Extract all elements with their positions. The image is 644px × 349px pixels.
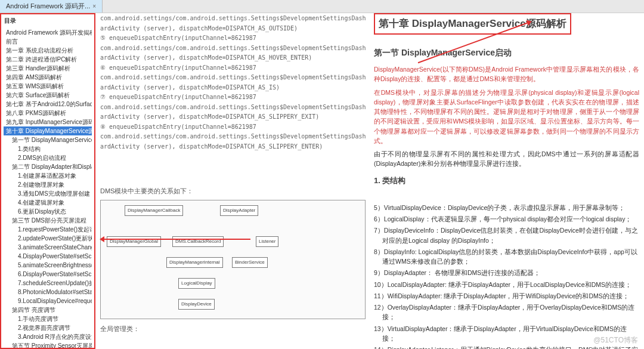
code-line: ardActivity (server), dispatchMode=DISPA… bbox=[100, 53, 366, 63]
paragraph: DisplayManagerService(以下简称DMS)是Android F… bbox=[374, 64, 639, 84]
paragraph: 由于不同的物理显示屏有不同的属性和处理方式，因此DMS中通过一系列的屏幕适配器(… bbox=[374, 149, 639, 169]
toc-item[interactable]: 第四章 AMS源码解析 bbox=[4, 73, 92, 82]
toc-item[interactable]: 2.视觉界面亮度调节 bbox=[4, 323, 92, 332]
toc-heading: 目录 bbox=[1, 14, 94, 27]
toc-item[interactable]: 1.手动亮度调节 bbox=[4, 314, 92, 323]
diagram-box: DMS.CallbackRecord bbox=[172, 236, 224, 247]
list-item: 9）DisplayAdapter： 各物理屏和DMS进行连接的适配器； bbox=[374, 268, 639, 277]
toc-item[interactable]: 4.DisplayPowerState#setScreenSta bbox=[4, 252, 92, 261]
content-area: com.android.settings/com.android.setting… bbox=[95, 13, 644, 349]
list-item: 10）LocalDisplayAdapter: 继承于DisplayAdapte… bbox=[374, 280, 639, 289]
toc-item[interactable]: 2.创建物理屏对象 bbox=[4, 180, 92, 189]
code-line: ⑧ enqueueDispatchEntry(inputChannel=8621… bbox=[100, 122, 366, 132]
diagram-box: DisplayDevice bbox=[178, 299, 215, 310]
toc-item[interactable]: 8.PhotonicModulator#setState()子 bbox=[4, 288, 92, 297]
toc-item[interactable]: 第四节 亮度调节 bbox=[4, 305, 92, 314]
toc-item[interactable]: 5.animateScreenBrightness()更新亮 bbox=[4, 261, 92, 270]
diagram-box: Listener bbox=[256, 236, 278, 247]
toc-item[interactable]: 第一章 系统启动流程分析 bbox=[4, 46, 92, 55]
toc-item[interactable]: 第九章 InputManagerService源码解析 bbox=[4, 118, 92, 126]
code-line: ardActivity (server), dispatchMode=DISPA… bbox=[100, 24, 366, 33]
toc-item[interactable]: 第三章 Handler源码解析 bbox=[4, 64, 92, 73]
code-line: ⑦ enqueueDispatchEntry(inputChannel=8621… bbox=[100, 92, 366, 102]
toc-item[interactable]: 6.更新Display状态 bbox=[4, 207, 92, 216]
chapter-title: 第十章 DisplayManagerService源码解析 bbox=[374, 13, 571, 35]
code-line: ⑤ enqueueDispatchEntry(inputChannel=8621… bbox=[100, 33, 366, 43]
toc-item[interactable]: 第二节 DisplayAdapter和DisplayDevice bbox=[4, 162, 92, 171]
main-layout: 目录 Android Framework 源码开发揭秘 前言第一章 系统启动流程… bbox=[0, 13, 644, 349]
class-diagram: DisplayManagerCallback DisplayAdapter Di… bbox=[100, 200, 366, 319]
toc-item[interactable]: 第七章 基于Android12.0的SurfaceFlinger源码 bbox=[4, 100, 92, 109]
left-column: com.android.settings/com.android.setting… bbox=[100, 13, 366, 349]
toc-item[interactable]: 第二章 跨进程通信IPC解析 bbox=[4, 55, 92, 64]
paragraph: 在DMS模块中，对显示屏幕的描述分为物理显示屏(physical display… bbox=[374, 88, 639, 146]
list-item: 8）DisplayInfo: LogicalDisplay信息的封装类，基本数据… bbox=[374, 247, 639, 267]
toc-item[interactable]: 7.scheduleScreenUpdate()执行更新 bbox=[4, 279, 92, 288]
code-line: com.android.settings/com.android.setting… bbox=[100, 73, 366, 82]
diagram-box: DisplayManagerInternal bbox=[166, 257, 223, 268]
diagram-box: BinderService bbox=[232, 257, 268, 268]
class-list: 5）VirtualDisplayDevice：DisplayDevice的子类，… bbox=[374, 203, 639, 349]
toc-item[interactable]: 2.updatePowerState()更新状态 bbox=[4, 234, 92, 243]
list-item: 6）LogicalDisplay：代表逻辑显示屏，每一个physical dis… bbox=[374, 214, 639, 224]
diagram-box: DisplayAdapter bbox=[220, 205, 258, 216]
toc-item[interactable]: 第五章 WMS源码解析 bbox=[4, 82, 92, 91]
toc-item[interactable]: 3.Android R浮点化的亮度设置 bbox=[4, 332, 92, 341]
toc-item[interactable]: 1.类结构 bbox=[4, 144, 92, 153]
toc-item[interactable]: 第一节 DisplayManagerService启动 bbox=[4, 135, 92, 144]
list-item: 12）OverlayDisplayAdapter：继承于DisplayAdapt… bbox=[374, 302, 639, 322]
toc-item[interactable]: 3.animateScreenStateChange()灭屏 bbox=[4, 243, 92, 252]
right-column: 第十章 DisplayManagerService源码解析 第一节 Displa… bbox=[374, 13, 639, 349]
diagram-box: DisplayManagerCallback bbox=[125, 205, 183, 216]
section-title: 第一节 DisplayManagerService启动 bbox=[374, 47, 639, 60]
list-item: 5）VirtualDisplayDevice：DisplayDevice的子类，… bbox=[374, 203, 639, 212]
code-line: com.android.settings/com.android.setting… bbox=[100, 132, 366, 141]
toc-item[interactable]: 第五节 Proximity Sensor灭屏原理 bbox=[4, 341, 92, 349]
toc-item[interactable]: 2.DMS的启动流程 bbox=[4, 153, 92, 162]
heading-3: 1. 类结构 bbox=[374, 175, 639, 187]
toc-item[interactable]: 第八章 PKMS源码解析 bbox=[4, 109, 92, 118]
watermark: @51CTO博客 bbox=[593, 335, 638, 345]
list-item: 7）DisplayDeviceInfo：DisplayDevice信息封装类，在… bbox=[374, 226, 639, 245]
toc-item[interactable]: 第六章 Surface源码解析 bbox=[4, 91, 92, 100]
code-line: com.android.settings/com.android.setting… bbox=[100, 14, 366, 23]
code-block: com.android.settings/com.android.setting… bbox=[100, 14, 366, 151]
toc-root[interactable]: Android Framework 源码开发揭秘 bbox=[4, 28, 92, 37]
document-tab[interactable]: Android Framework 源码开... × bbox=[0, 0, 103, 13]
toc-item[interactable]: 第三节 DMS部分亮灭屏流程 bbox=[4, 216, 92, 225]
tab-title: Android Framework 源码开... bbox=[6, 2, 90, 11]
toc-item[interactable]: 6.DisplayPowerState#setScreenBri bbox=[4, 270, 92, 279]
footer-label: 全局管理类： bbox=[100, 324, 366, 334]
annotation-arrow bbox=[101, 239, 250, 240]
toc-item[interactable]: 3.通知DMS完成物理屏创建 bbox=[4, 189, 92, 198]
code-line: ardActivity (server), dispatchMode=DISPA… bbox=[100, 142, 366, 152]
toc-item[interactable]: 前言 bbox=[4, 37, 92, 46]
toc-item[interactable]: 1.requestPowerState()发起请求 bbox=[4, 225, 92, 234]
diagram-box: LogicalDisplay bbox=[178, 278, 215, 289]
code-line: com.android.settings/com.android.setting… bbox=[100, 44, 366, 53]
tab-bar: Android Framework 源码开... × bbox=[0, 0, 644, 13]
close-icon[interactable]: × bbox=[92, 3, 96, 10]
list-item: 14）DisplayAdapter.Listener：用于通知DisplayDe… bbox=[374, 345, 639, 349]
code-line: com.android.settings/com.android.setting… bbox=[100, 103, 366, 112]
toc-item[interactable]: 第十章 DisplayManagerService源码解析 bbox=[4, 126, 92, 135]
toc-list: Android Framework 源码开发揭秘 前言第一章 系统启动流程分析第… bbox=[1, 27, 94, 349]
toc-item[interactable]: 9.LocalDisplayDevice#requestDisp bbox=[4, 297, 92, 305]
diagram-caption: DMS模块中主要类的关系如下： bbox=[100, 186, 366, 196]
diagram-box: DisplayManagerGlobal bbox=[107, 236, 161, 247]
list-item: 11）WifiDisplayAdapter: 继承于DisplayAdapter… bbox=[374, 291, 639, 301]
toc-item[interactable]: 1.创建屏幕适配器对象 bbox=[4, 171, 92, 180]
code-line: ⑥ enqueueDispatchEntry(inputChannel=8621… bbox=[100, 63, 366, 73]
code-line: ardActivity (server), dispatchMode=DISPA… bbox=[100, 83, 366, 92]
sidebar-toc: 目录 Android Framework 源码开发揭秘 前言第一章 系统启动流程… bbox=[0, 13, 95, 349]
code-line: ardActivity (server), dispatchMode=DISPA… bbox=[100, 112, 366, 122]
toc-item[interactable]: 4.创建逻辑屏对象 bbox=[4, 198, 92, 207]
